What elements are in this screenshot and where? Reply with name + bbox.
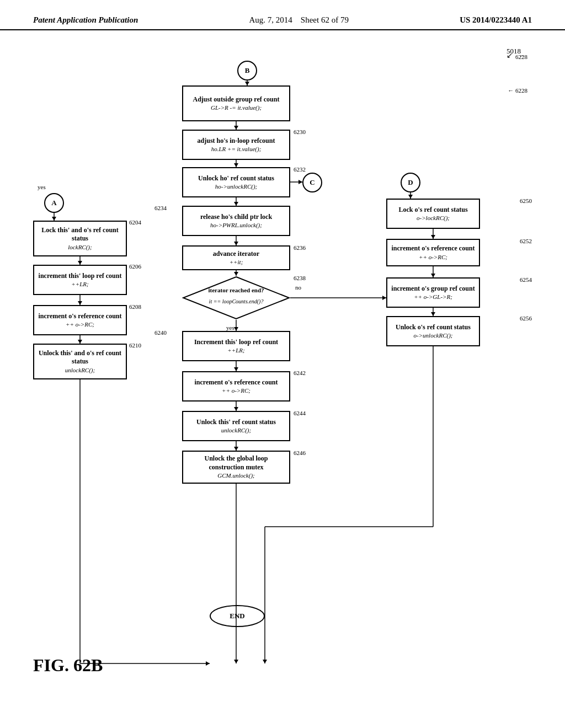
circle-A: A [44, 193, 64, 213]
box-6230: adjust ho's in-loop refcount ho.LR += it… [182, 130, 290, 160]
label-6244: 6244 [294, 410, 306, 416]
svg-marker-44 [78, 261, 82, 265]
box-6236: advance iterator ++it; [182, 245, 290, 270]
svg-marker-16 [234, 327, 238, 331]
label-6206: 6206 [129, 263, 141, 270]
box-6204: Lock this' and o's ref count status lock… [33, 221, 127, 256]
circle-B: B [237, 61, 257, 81]
svg-marker-18 [234, 367, 238, 371]
svg-marker-34 [431, 274, 435, 277]
patent-number: US 2014/0223440 A1 [460, 15, 532, 25]
svg-marker-28 [382, 296, 386, 300]
box-6206: increment this' loop ref count ++LR; [33, 265, 127, 295]
svg-marker-26 [299, 180, 302, 184]
label-6208: 6208 [129, 303, 141, 310]
yes-label-diamond: yes [226, 324, 234, 331]
svg-marker-10 [234, 202, 238, 206]
label-6238: 6238 [294, 275, 306, 281]
label-6234: 6234 [154, 205, 167, 211]
box-6250: Lock o's ref count status o->lockRC(); [386, 199, 480, 229]
label-6232: 6232 [294, 166, 306, 173]
box-6252: increment o's reference count ++ o->RC; [386, 239, 480, 266]
svg-marker-32 [431, 235, 435, 239]
sheet-label: Sheet 62 of 79 [301, 15, 349, 24]
label-6256: 6256 [520, 315, 532, 322]
end-oval: END [210, 605, 265, 627]
svg-marker-8 [234, 163, 238, 167]
box-6246: Unlock the global loop construction mute… [182, 451, 290, 484]
svg-marker-24 [234, 660, 238, 663]
circle-D: D [401, 173, 420, 192]
svg-marker-48 [78, 340, 82, 344]
svg-marker-6 [234, 126, 238, 130]
label-6250: 6250 [520, 197, 532, 204]
box-6210: Unlock this' and o's ref count status un… [33, 344, 127, 379]
svg-marker-4 [245, 82, 249, 85]
yes-label-A: yes [38, 184, 46, 190]
publication-label: Patent Application Publication [33, 15, 138, 25]
label-6252: 6252 [520, 238, 532, 244]
label-6254: 6254 [520, 276, 532, 283]
date-label: Aug. 7, 2014 [249, 15, 292, 24]
label-6204: 6204 [129, 219, 141, 226]
page-header: Patent Application Publication Aug. 7, 2… [0, 0, 565, 30]
sheet-info: Aug. 7, 2014 Sheet 62 of 79 [249, 15, 349, 25]
label-6228b: ← 6228 [508, 87, 527, 94]
box-6240: Increment this' loop ref count ++LR; [182, 331, 290, 361]
arrow-5018: ↙ [507, 51, 513, 60]
label-6246: 6246 [294, 449, 306, 456]
box-6242: increment o's reference count ++ o->RC; [182, 371, 290, 402]
label-6230: 6230 [294, 129, 306, 135]
brace-6228: ⌐ [520, 52, 524, 59]
svg-marker-30 [408, 195, 413, 199]
no-label: no [295, 284, 301, 291]
box-6208: increment o's reference count ++ o->RC; [33, 305, 127, 335]
box-6256: Unlock o's ref count status o->unlockRC(… [386, 316, 480, 346]
svg-marker-20 [234, 407, 238, 411]
box-6232: Unlock ho' ref count status ho->unlockRC… [182, 167, 290, 197]
fig-label: FIG. 62B [33, 655, 103, 676]
box-6228: Adjust outside group ref count GL->R -= … [182, 85, 290, 121]
box-6244: Unlock this' ref count status unlockRC()… [182, 411, 290, 441]
box-6234: release ho's child ptr lock ho->PWRL.unl… [182, 206, 290, 236]
svg-marker-42 [52, 217, 56, 221]
label-6242: 6242 [294, 370, 306, 376]
svg-marker-0 [183, 277, 289, 319]
svg-text:it == loopCounts.end()?: it == loopCounts.end()? [209, 298, 264, 305]
diagram-area: 5018 ↙ B 6228 ⌐ Adjust outside group ref… [0, 30, 565, 692]
svg-marker-12 [234, 242, 238, 245]
svg-marker-40 [263, 660, 267, 663]
svg-text:iterator reached end?: iterator reached end? [208, 287, 264, 293]
label-6210: 6210 [129, 342, 141, 349]
page: Patent Application Publication Aug. 7, 2… [0, 0, 565, 728]
label-6236: 6236 [294, 244, 306, 251]
svg-marker-46 [78, 301, 82, 305]
svg-marker-36 [431, 312, 435, 316]
label-6240: 6240 [154, 329, 167, 336]
diamond-6238-container: iterator reached end? it == loopCounts.e… [182, 276, 290, 320]
svg-marker-14 [234, 272, 238, 276]
circle-C: C [302, 173, 322, 192]
svg-marker-51 [206, 661, 210, 666]
box-6254: increment o's group ref count ++ o->GL->… [386, 277, 480, 308]
svg-marker-22 [234, 447, 238, 451]
